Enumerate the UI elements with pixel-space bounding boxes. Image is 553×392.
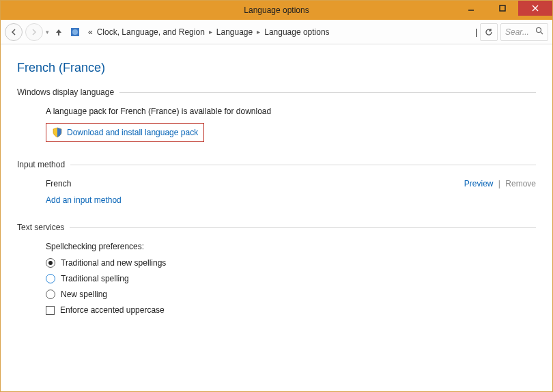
input-method-actions: Preview | Remove bbox=[464, 179, 536, 188]
forward-button[interactable] bbox=[25, 23, 43, 41]
history-dropdown-icon[interactable]: ▾ bbox=[46, 29, 49, 36]
svg-point-6 bbox=[537, 28, 541, 33]
checkbox-label: Enforce accented uppercase bbox=[60, 305, 165, 315]
breadcrumb-item[interactable]: Clock, Language, and Region bbox=[97, 27, 205, 37]
section-label: Input method bbox=[17, 160, 65, 169]
section-body-input: French Preview | Remove Add an input met… bbox=[17, 179, 536, 205]
divider bbox=[70, 227, 536, 228]
input-method-name: French bbox=[46, 179, 464, 188]
title-bar: Language options bbox=[1, 1, 552, 20]
breadcrumb-item[interactable]: Language bbox=[216, 27, 253, 37]
section-header-input: Input method bbox=[17, 160, 536, 169]
radio-traditional[interactable]: Traditional spelling bbox=[46, 274, 536, 283]
svg-line-7 bbox=[541, 32, 543, 34]
radio-icon bbox=[46, 258, 55, 268]
radio-label: New spelling bbox=[61, 290, 107, 299]
chevron-right-icon: ▸ bbox=[209, 28, 212, 36]
section-body-display: A language pack for French (France) is a… bbox=[17, 107, 536, 142]
divider bbox=[119, 92, 536, 93]
spellcheck-subhead: Spellchecking preferences: bbox=[46, 242, 536, 251]
close-button[interactable] bbox=[518, 1, 552, 16]
svg-rect-1 bbox=[500, 5, 505, 11]
maximize-button[interactable] bbox=[487, 1, 518, 16]
radio-new[interactable]: New spelling bbox=[46, 290, 536, 299]
breadcrumb-item[interactable]: Language options bbox=[264, 27, 329, 37]
minimize-button[interactable] bbox=[455, 1, 487, 16]
search-placeholder: Sear... bbox=[505, 27, 529, 37]
window-title: Language options bbox=[244, 5, 309, 15]
window-controls bbox=[455, 1, 552, 20]
breadcrumb-prefix: « bbox=[88, 27, 93, 37]
nav-bar: ▾ « Clock, Language, and Region ▸ Langua… bbox=[1, 20, 552, 44]
display-description: A language pack for French (France) is a… bbox=[46, 107, 536, 116]
input-method-row: French Preview | Remove bbox=[46, 179, 536, 188]
refresh-button[interactable] bbox=[480, 23, 498, 41]
checkbox-accented-uppercase[interactable]: Enforce accented uppercase bbox=[46, 305, 536, 315]
checkbox-icon bbox=[46, 306, 55, 315]
address-icon bbox=[68, 25, 82, 39]
download-link-highlight: Download and install language pack bbox=[46, 123, 204, 142]
section-label: Text services bbox=[17, 223, 64, 232]
search-input[interactable]: Sear... bbox=[500, 23, 548, 41]
radio-label: Traditional spelling bbox=[61, 274, 129, 283]
page-title: French (France) bbox=[17, 61, 536, 75]
add-input-method-link[interactable]: Add an input method bbox=[46, 195, 536, 205]
download-install-link[interactable]: Download and install language pack bbox=[67, 128, 198, 137]
section-label: Windows display language bbox=[17, 87, 114, 97]
search-icon bbox=[535, 27, 543, 37]
section-body-text: Spellchecking preferences: Traditional a… bbox=[17, 242, 536, 315]
preview-link[interactable]: Preview bbox=[464, 179, 494, 188]
chevron-right-icon: ▸ bbox=[257, 28, 260, 36]
content-area: French (France) Windows display language… bbox=[1, 44, 552, 315]
radio-label: Traditional and new spellings bbox=[61, 258, 166, 268]
remove-link-disabled: Remove bbox=[505, 179, 536, 188]
breadcrumb[interactable]: « Clock, Language, and Region ▸ Language… bbox=[85, 23, 472, 41]
section-header-display: Windows display language bbox=[17, 87, 536, 97]
divider bbox=[70, 165, 536, 165]
section-header-text: Text services bbox=[17, 223, 536, 232]
up-button[interactable] bbox=[52, 25, 66, 39]
radio-icon bbox=[46, 290, 55, 299]
back-button[interactable] bbox=[5, 23, 23, 41]
separator: | bbox=[475, 27, 477, 37]
radio-traditional-and-new[interactable]: Traditional and new spellings bbox=[46, 258, 536, 268]
svg-point-5 bbox=[72, 29, 78, 35]
radio-icon bbox=[46, 274, 55, 283]
separator: | bbox=[498, 179, 500, 188]
shield-icon bbox=[52, 127, 63, 138]
